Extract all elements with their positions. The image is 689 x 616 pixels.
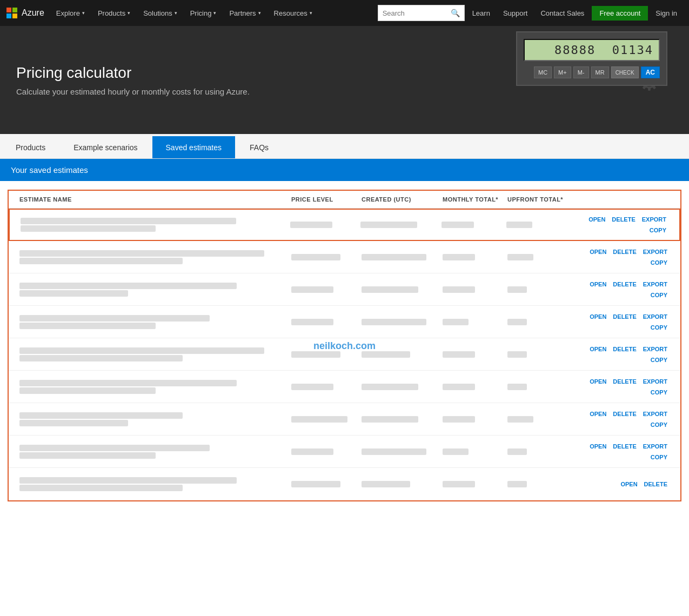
chevron-down-icon: ▾ [213,10,216,16]
tab-faqs[interactable]: FAQs [236,136,282,158]
open-button[interactable]: OPEN [586,215,607,224]
sign-in-link[interactable]: Sign in [650,9,683,17]
chevron-down-icon: ▾ [82,10,85,16]
export-button[interactable]: EXPORT [641,442,670,451]
copy-button[interactable]: COPY [648,388,670,397]
chevron-down-icon: ▾ [310,10,312,16]
row-actions: OPEN DELETE EXPORT COPY [572,410,670,429]
delete-button[interactable]: DELETE [611,377,638,386]
export-button[interactable]: EXPORT [641,345,670,353]
row-actions: OPEN DELETE EXPORT COPY [572,345,670,364]
hero-subtitle: Calculate your estimated hourly or month… [16,87,673,96]
nav-pricing[interactable]: Pricing ▾ [185,0,222,26]
row-actions: OPEN DELETE EXPORT COPY [572,247,670,267]
free-account-button[interactable]: Free account [592,6,648,21]
export-button[interactable]: EXPORT [641,247,670,256]
tab-saved-estimates[interactable]: Saved estimates [152,136,236,158]
open-button[interactable]: OPEN [587,410,608,418]
delete-button[interactable]: DELETE [610,215,637,224]
table-row: OPEN DELETE EXPORT COPY [9,371,680,403]
nav-explore[interactable]: Explore ▾ [51,0,90,26]
saved-estimates-banner: Your saved estimates [0,159,689,181]
top-nav: Azure Explore ▾ Products ▾ Solutions ▾ P… [0,0,689,26]
table-row: OPEN DELETE EXPORT COPY [9,306,680,338]
open-button[interactable]: OPEN [587,377,608,386]
delete-button[interactable]: DELETE [611,410,638,418]
nav-products[interactable]: Products ▾ [92,0,136,26]
nav-solutions[interactable]: Solutions ▾ [138,0,182,26]
nav-resources[interactable]: Resources ▾ [269,0,318,26]
delete-button[interactable]: DELETE [611,280,638,289]
delete-button[interactable]: DELETE [611,442,638,451]
table-row: OPEN DELETE EXPORT COPY [9,436,680,468]
table-row: OPEN DELETE EXPORT COPY [9,241,680,273]
export-button[interactable]: EXPORT [641,377,670,386]
export-button[interactable]: EXPORT [640,215,668,224]
export-button[interactable]: EXPORT [641,312,670,321]
delete-button[interactable]: DELETE [611,345,638,353]
brand-name: Azure [22,8,44,18]
chevron-down-icon: ▾ [258,10,261,16]
estimates-table: ESTIMATE NAME PRICE LEVEL CREATED (UTC) … [8,190,681,501]
row-actions: OPEN DELETE EXPORT COPY [572,377,670,397]
table-row: OPEN DELETE EXPORT COPY [9,209,680,241]
table-row: OPEN DELETE EXPORT COPY [9,338,680,371]
col-price-level: PRICE LEVEL [291,196,362,203]
open-button[interactable]: OPEN [587,247,608,256]
hero-section: Pricing calculator Calculate your estima… [0,26,689,134]
nav-contact-sales[interactable]: Contact Sales [535,9,590,17]
tab-products[interactable]: Products [2,136,59,158]
nav-learn[interactable]: Learn [467,9,496,17]
copy-button[interactable]: COPY [648,356,670,364]
tab-example-scenarios[interactable]: Example scenarios [60,136,151,158]
nav-partners[interactable]: Partners ▾ [224,0,266,26]
calc-display: 88888 01134 [524,39,660,61]
row-actions: OPEN DELETE [572,480,670,488]
nav-support[interactable]: Support [498,9,533,17]
delete-button[interactable]: DELETE [611,312,638,321]
logo[interactable]: Azure [6,8,44,18]
copy-button[interactable]: COPY [648,420,670,429]
col-actions [572,196,670,203]
open-button[interactable]: OPEN [618,480,639,488]
copy-button[interactable]: COPY [648,453,670,461]
table-header: ESTIMATE NAME PRICE LEVEL CREATED (UTC) … [9,191,680,209]
table-row: OPEN DELETE [9,468,680,500]
col-created-utc: CREATED (UTC) [362,196,443,203]
col-estimate-name: ESTIMATE NAME [19,196,291,203]
col-upfront-total: UPFRONT TOTAL* [507,196,572,203]
delete-button[interactable]: DELETE [611,247,638,256]
search-icon: 🔍 [451,9,460,17]
row-actions: OPEN DELETE EXPORT COPY [572,442,670,461]
search-input[interactable] [383,9,447,17]
export-button[interactable]: EXPORT [641,280,670,289]
row-actions: OPEN DELETE EXPORT COPY [571,215,668,235]
copy-button[interactable]: COPY [647,226,668,235]
open-button[interactable]: OPEN [587,280,608,289]
copy-button[interactable]: COPY [648,291,670,299]
hero-title: Pricing calculator [16,64,673,82]
chevron-down-icon: ▾ [128,10,130,16]
chevron-down-icon: ▾ [175,10,177,16]
row-actions: OPEN DELETE EXPORT COPY [572,280,670,299]
open-button[interactable]: OPEN [587,345,608,353]
row-actions: OPEN DELETE EXPORT COPY [572,312,670,332]
table-row: OPEN DELETE EXPORT COPY [9,403,680,436]
search-box[interactable]: 🔍 [378,5,465,21]
export-button[interactable]: EXPORT [641,410,670,418]
estimates-table-section: neilkoch.com ESTIMATE NAME PRICE LEVEL C… [0,190,689,501]
table-row: OPEN DELETE EXPORT COPY [9,273,680,306]
open-button[interactable]: OPEN [587,312,608,321]
delete-button[interactable]: DELETE [642,480,670,488]
open-button[interactable]: OPEN [587,442,608,451]
col-monthly-total: MONTHLY TOTAL* [443,196,507,203]
copy-button[interactable]: COPY [648,323,670,332]
tabs-bar: Products Example scenarios Saved estimat… [0,134,689,159]
saved-estimates-label: Your saved estimates [11,165,88,175]
copy-button[interactable]: COPY [648,258,670,267]
